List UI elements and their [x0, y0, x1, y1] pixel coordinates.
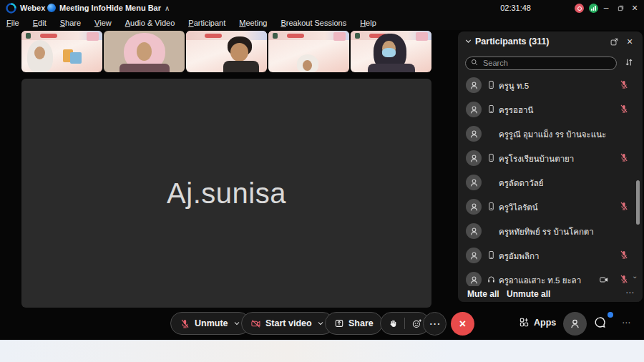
more-options-button[interactable]: ⋯ — [423, 312, 447, 336]
share-icon — [334, 318, 344, 328]
chat-bubble-icon — [593, 315, 607, 329]
slide-photo — [87, 32, 99, 41]
camera-off-icon — [250, 318, 261, 329]
popout-panel-button[interactable] — [608, 36, 620, 47]
school-crest — [26, 33, 31, 39]
leave-meeting-button[interactable]: × — [451, 312, 474, 336]
mic-muted-icon[interactable] — [619, 250, 629, 260]
unmute-button[interactable]: Unmute — [170, 312, 250, 335]
live-badge — [287, 34, 304, 38]
hide-menu-bar-button[interactable]: Hide Menu Bar ∧ — [106, 0, 170, 16]
participant-row[interactable]: ครูนู ท.5 — [458, 73, 637, 97]
collapse-panel-chevron-icon[interactable] — [464, 36, 473, 46]
meeting-info-button[interactable]: Meeting Info — [47, 0, 106, 16]
participant-row[interactable]: ครูวิไลรัตน์ — [458, 195, 637, 219]
scroll-down-chevron-icon[interactable]: ⌄ — [632, 272, 638, 280]
recording-indicator-icon[interactable] — [575, 4, 584, 13]
close-window-button[interactable]: × — [628, 0, 641, 16]
menu-breakout-sessions[interactable]: Breakout Sessions — [280, 19, 346, 27]
overflow-more-button[interactable]: ⋯ — [622, 318, 630, 328]
participants-icon — [569, 318, 581, 330]
participant-row[interactable]: ครูรอฮานี — [458, 97, 637, 122]
participant-name: ครูรูณี อุมาแม็ง รร บ้านจะแนะ — [499, 128, 606, 141]
divider — [404, 318, 405, 329]
live-badge — [205, 34, 222, 38]
apps-grid-icon — [519, 317, 530, 328]
sort-participants-button[interactable] — [624, 57, 634, 67]
phone-icon — [487, 153, 496, 162]
mute-all-button[interactable]: Mute all — [467, 289, 499, 299]
participant-row[interactable]: ครูลัดดาวัลย์ — [458, 170, 637, 195]
participant-search-input[interactable] — [465, 57, 617, 70]
menu-share[interactable]: Share — [60, 19, 81, 27]
school-crest — [273, 33, 278, 39]
participant-row[interactable]: ครูอัมพลิกา — [458, 243, 637, 268]
mic-muted-icon[interactable] — [619, 274, 629, 284]
participants-panel-header: Participants (311) × — [458, 31, 643, 52]
start-video-button[interactable]: Start video — [241, 312, 334, 335]
apps-label: Apps — [534, 318, 556, 328]
participant-row[interactable]: ครูหทัยทิพย์ รร บ้านโคกตา — [458, 219, 637, 243]
phone-icon — [487, 250, 496, 260]
person-face — [137, 42, 152, 61]
meeting-info-icon — [47, 4, 56, 12]
school-crest — [355, 33, 360, 39]
menu-help[interactable]: Help — [360, 19, 376, 27]
chevron-down-icon[interactable] — [316, 319, 325, 328]
share-label: Share — [348, 318, 374, 328]
avatar-icon — [466, 77, 482, 93]
participant-name: ครูรอฮานี — [499, 104, 533, 117]
unmute-all-button[interactable]: Unmute all — [507, 289, 550, 299]
search-icon — [470, 58, 479, 67]
apps-button[interactable]: Apps — [519, 317, 556, 328]
video-on-icon[interactable] — [599, 275, 609, 285]
video-thumbnail-5[interactable] — [351, 31, 431, 72]
participants-scrollbar[interactable] — [636, 180, 640, 225]
menu-view[interactable]: View — [94, 19, 112, 27]
active-speaker-name: Aj.sunisa — [167, 177, 286, 210]
menu-file[interactable]: File — [6, 19, 19, 27]
chevron-down-icon[interactable] — [233, 319, 241, 328]
share-button[interactable]: Share — [325, 312, 383, 335]
menu-participant[interactable]: Participant — [188, 19, 225, 27]
participants-toggle-button[interactable] — [563, 312, 587, 336]
close-panel-button[interactable]: × — [624, 36, 635, 47]
mic-muted-icon[interactable] — [619, 152, 629, 162]
sort-icon — [624, 57, 634, 67]
unmute-label: Unmute — [195, 318, 228, 328]
chevron-up-icon: ∧ — [165, 4, 170, 12]
reactions-emoji-icon[interactable] — [411, 318, 422, 329]
popout-icon — [610, 37, 619, 47]
video-thumbnail-1[interactable] — [21, 31, 102, 72]
menu-edit[interactable]: Edit — [33, 19, 47, 27]
video-thumbnail-2[interactable] — [104, 31, 185, 72]
slide-photo — [416, 32, 428, 41]
avatar-icon — [466, 248, 482, 263]
active-speaker-video[interactable]: Aj.sunisa — [21, 79, 431, 308]
participant-row[interactable]: ครูรูณี อุมาแม็ง รร บ้านจะแนะ — [458, 122, 637, 146]
windows-taskbar: ∧ ไทย 10:28 22/4/2565 1 — [0, 340, 644, 362]
mic-muted-icon[interactable] — [619, 104, 629, 114]
slide-header — [186, 31, 267, 40]
avatar-icon — [466, 175, 482, 190]
minimize-button[interactable]: – — [600, 0, 613, 16]
participant-row[interactable]: ครูโรงเรียนบ้านตายา — [458, 146, 637, 170]
video-thumbnail-4[interactable] — [268, 31, 349, 72]
participant-row[interactable]: ครูอาแอเสาะ ท.5 ยะลา — [458, 268, 637, 286]
restore-button[interactable] — [614, 0, 627, 16]
raise-hand-icon[interactable] — [388, 318, 398, 328]
menu-meeting[interactable]: Meeting — [239, 19, 267, 27]
mic-muted-icon[interactable] — [619, 201, 629, 211]
panel-more-options-button[interactable]: ⋯ — [625, 288, 634, 298]
mic-muted-icon[interactable] — [619, 79, 629, 89]
live-badge — [40, 34, 57, 38]
chat-button[interactable] — [593, 315, 607, 329]
participant-search — [465, 56, 617, 69]
participant-name: ครูโรงเรียนบ้านตายา — [499, 152, 574, 165]
participants-panel-title: Participants (311) — [475, 36, 550, 47]
menu-audio-video[interactable]: Audio & Video — [125, 19, 175, 27]
phone-icon — [487, 80, 496, 89]
video-thumbnail-3[interactable] — [186, 31, 267, 72]
connection-quality-icon[interactable] — [589, 4, 598, 13]
webex-meeting-window: Webex Meeting Info Hide Menu Bar ∧ 02:31… — [0, 0, 644, 362]
